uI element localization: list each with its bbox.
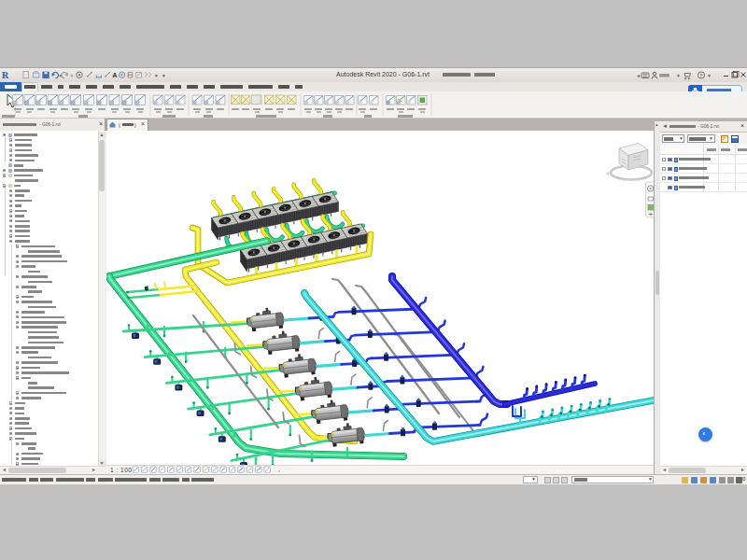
svg-text:▼: ▼ xyxy=(707,73,712,78)
svg-text:?: ? xyxy=(699,73,702,78)
svg-text:▼: ▼ xyxy=(162,74,166,78)
svg-text:▼: ▼ xyxy=(154,74,159,78)
svg-text:▼: ▼ xyxy=(676,73,681,78)
svg-text:A: A xyxy=(112,71,117,79)
svg-text:‹: ‹ xyxy=(278,468,280,473)
svg-text:◄: ◄ xyxy=(636,73,641,78)
svg-text:▼: ▼ xyxy=(70,74,75,78)
svg-text:R: R xyxy=(2,70,9,80)
